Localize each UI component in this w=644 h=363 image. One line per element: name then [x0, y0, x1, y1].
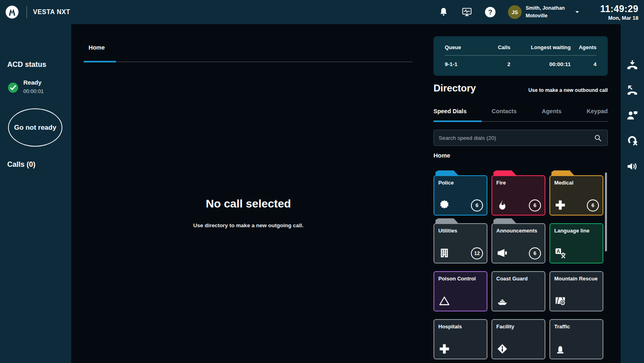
tab-agents[interactable]: Agents [542, 108, 561, 114]
empty-state-title: No call selected [136, 197, 361, 210]
speed-dial-grid: Police 6 Fire 6 Medical [433, 170, 603, 359]
svg-text:A: A [557, 249, 560, 254]
tab-speed-dials[interactable]: Speed Dials [433, 108, 466, 114]
folder-body: Hospitals [433, 319, 487, 359]
clock-time: 11:49:29 [590, 4, 638, 15]
user-name-line2: Motoville [526, 12, 570, 20]
warning-triangle-icon [438, 295, 450, 307]
call-control-toolbar [621, 24, 644, 363]
tile-count-badge: 6 [529, 247, 541, 259]
folder-body: Medical 6 [549, 175, 603, 216]
medical-cross-icon [554, 199, 566, 211]
queue-name-cell: 9-1-1 [445, 56, 485, 67]
queue-col-header: Calls [485, 44, 510, 55]
tile-label: Utilities [438, 228, 457, 234]
dial-tile-hospitals[interactable]: Hospitals [433, 314, 487, 359]
tile-label: Facility [496, 324, 514, 330]
tab-home[interactable]: Home [89, 44, 105, 51]
folder-body: Traffic [549, 319, 603, 359]
calls-title: Calls (0) [7, 160, 35, 169]
translate-icon: A [554, 247, 566, 259]
tab-active-indicator [84, 61, 116, 62]
brand-divider [27, 6, 27, 18]
folder-body: Coast Guard [491, 271, 545, 311]
tile-label: Announcements [496, 228, 537, 234]
folder-body: Police 6 [433, 175, 487, 216]
tab-keypad[interactable]: Keypad [587, 108, 608, 114]
user-menu-chevron-down-icon[interactable] [574, 9, 580, 15]
dial-tile-language-line[interactable]: Language line A [549, 218, 603, 263]
directory-title: Directory [433, 83, 476, 94]
dial-tile-coast-guard[interactable]: Coast Guard [491, 266, 545, 311]
folder-body: Mountain Rescue [549, 271, 603, 311]
search-icon[interactable] [594, 134, 602, 142]
tile-label: Language line [554, 228, 589, 234]
help-icon[interactable]: ? [485, 6, 496, 18]
folder-tile-utilities[interactable]: Utilities 12 [433, 218, 487, 263]
search-input[interactable] [434, 135, 594, 141]
tab-contacts[interactable]: Contacts [492, 108, 517, 114]
queue-header-divider [445, 55, 597, 56]
dial-tile-facility[interactable]: Facility [491, 314, 545, 359]
folder-tile-announcements[interactable]: Announcements 6 [491, 218, 545, 263]
building-icon [438, 247, 450, 259]
medical-cross-icon [438, 343, 450, 355]
speed-dial-search [433, 130, 608, 146]
monitor-status-icon[interactable] [461, 6, 473, 18]
dial-tile-traffic[interactable]: Traffic [549, 314, 603, 359]
queue-col-header: Queue [445, 44, 485, 55]
notifications-bell-icon[interactable] [438, 6, 449, 18]
tile-count-badge: 6 [471, 199, 483, 212]
police-badge-icon [438, 199, 450, 211]
directory-group-label: Home [433, 152, 450, 159]
queue-longest-waiting-cell: 00:00:11 [510, 56, 571, 67]
tile-label: Poison Control [438, 276, 476, 282]
acd-sidebar: ACD status Ready 00:00:01 Go not ready C… [0, 24, 71, 363]
siren-icon [554, 343, 566, 355]
queue-col-header: Agents [571, 44, 597, 55]
no-call-empty-state: No call selected Use directory to make a… [136, 197, 361, 228]
callback-icon[interactable] [626, 84, 639, 97]
top-bar: VESTA NXT ? JS Smith, Jonathan Motoville… [0, 0, 644, 24]
map-locator-icon [554, 295, 566, 307]
agent-chat-icon[interactable] [626, 109, 639, 122]
tile-label: Mountain Rescue [554, 276, 598, 282]
queue-calls-cell: 2 [485, 56, 510, 67]
clock-date: Mon, Mar 18 [590, 15, 638, 21]
tile-count-badge: 6 [587, 199, 599, 212]
tab-rule [84, 62, 413, 62]
clock: 11:49:29 Mon, Mar 18 [590, 4, 638, 21]
folder-body: Announcements 6 [491, 223, 545, 263]
dial-tile-poison-control[interactable]: Poison Control [433, 266, 487, 311]
flame-icon [496, 199, 508, 211]
ready-check-icon [8, 82, 19, 93]
queue-status-card: Queue Calls Longest waiting Agents 9-1-1… [433, 36, 608, 76]
user-name: Smith, Jonathan Motoville [526, 4, 570, 20]
folder-tile-police[interactable]: Police 6 [433, 170, 487, 216]
acd-status-title: ACD status [7, 60, 46, 69]
empty-state-hint: Use directory to make a new outgoing cal… [136, 222, 361, 228]
vesta-nxt-app: VESTA NXT ? JS Smith, Jonathan Motoville… [0, 0, 644, 363]
folder-body: Fire 6 [491, 175, 545, 216]
user-name-line1: Smith, Jonathan [526, 4, 570, 12]
svg-text:?: ? [488, 8, 492, 16]
folder-body: Utilities 12 [433, 223, 487, 263]
acd-state-timer: 00:00:01 [23, 88, 44, 94]
go-not-ready-button[interactable]: Go not ready [8, 108, 62, 147]
tile-label: Medical [554, 180, 574, 186]
directory-scrollbar[interactable] [605, 172, 607, 251]
tile-label: Police [438, 180, 454, 186]
folder-tile-medical[interactable]: Medical 6 [549, 170, 603, 216]
directory-tab-active-indicator [433, 120, 482, 122]
tile-label: Traffic [554, 324, 570, 330]
dial-tile-mountain-rescue[interactable]: Mountain Rescue [549, 266, 603, 311]
megaphone-icon [496, 247, 508, 259]
queue-col-header: Longest waiting [510, 44, 571, 55]
tile-label: Fire [496, 180, 506, 186]
user-avatar[interactable]: JS [508, 5, 522, 19]
end-call-icon[interactable] [626, 134, 639, 147]
folder-tile-fire[interactable]: Fire 6 [491, 170, 545, 216]
answer-call-icon[interactable] [626, 59, 639, 72]
motorola-logo-icon [6, 6, 19, 19]
volume-icon[interactable] [626, 160, 639, 173]
